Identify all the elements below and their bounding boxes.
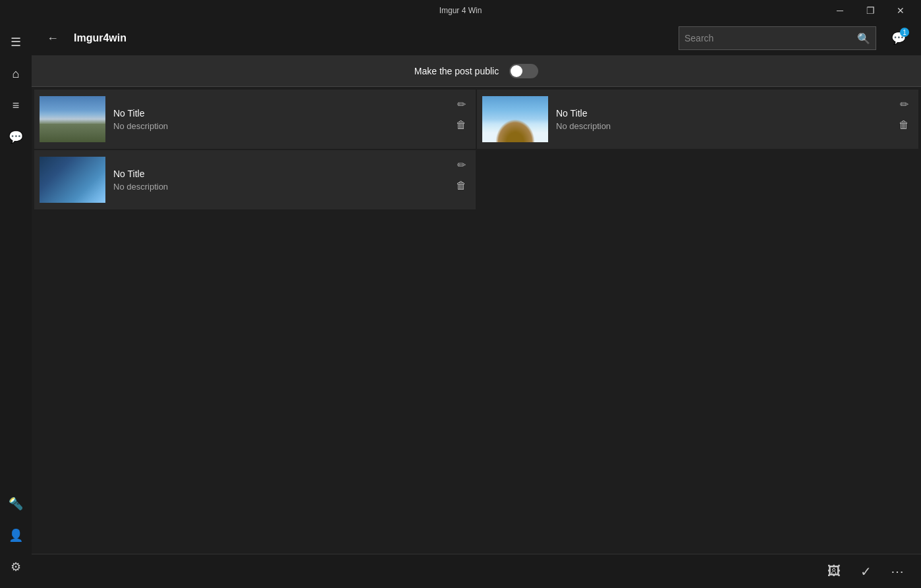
mountain-thumbnail — [40, 96, 105, 142]
app-title: Imgur4win — [74, 32, 126, 44]
sidebar-item-menu[interactable]: ☰ — [0, 26, 32, 58]
confirm-icon: ✓ — [860, 564, 872, 579]
home-icon: ⌂ — [13, 67, 20, 81]
toggle-label: Make the post public — [414, 66, 499, 76]
images-area: No Title No description ✏ 🗑 — [32, 87, 921, 554]
image-card-1: No Title No description ✏ 🗑 — [34, 90, 476, 149]
image-info-2: No Title No description — [556, 108, 913, 131]
edit-icon-3: ✏ — [457, 159, 466, 171]
edit-icon-2: ✏ — [900, 98, 908, 111]
image-info-3: No Title No description — [113, 169, 470, 192]
card-actions-1: ✏ 🗑 — [452, 95, 470, 134]
image-thumb-3 — [40, 157, 105, 203]
search-input[interactable] — [679, 33, 852, 43]
card-actions-3: ✏ 🗑 — [452, 155, 470, 195]
sidebar-item-settings[interactable]: ⚙ — [0, 551, 32, 583]
delete-button-1[interactable]: 🗑 — [452, 116, 470, 134]
notification-button[interactable]: 💬 1 — [887, 26, 910, 50]
toggle-bar: Make the post public — [32, 55, 921, 87]
search-icon: 🔍 — [857, 33, 870, 44]
image-thumb-1 — [40, 96, 105, 142]
edit-button-2[interactable]: ✏ — [895, 95, 913, 113]
add-image-icon: 🖼 — [827, 564, 841, 579]
restore-button[interactable]: ❐ — [855, 0, 885, 21]
blue-abstract-thumbnail — [40, 157, 105, 203]
app-container: ☰ ⌂ ≡ 💬 🔦 👤 ⚙ ← Imgur4win — [0, 21, 921, 588]
trash-icon-1: 🗑 — [456, 119, 466, 131]
image-desc-2: No description — [556, 121, 913, 131]
image-title-3: No Title — [113, 169, 470, 179]
trash-icon-3: 🗑 — [456, 180, 466, 192]
menu-icon: ☰ — [11, 35, 21, 49]
search-button[interactable]: 🔍 — [852, 32, 876, 45]
image-desc-1: No description — [113, 121, 470, 131]
bottom-bar: 🖼 ✓ ⋯ — [32, 554, 921, 588]
close-button[interactable]: ✕ — [885, 0, 916, 21]
notification-badge: 1 — [900, 28, 909, 37]
content-area: ← Imgur4win 🔍 💬 1 Make the post public — [32, 21, 921, 588]
trash-icon-2: 🗑 — [899, 119, 909, 131]
delete-button-2[interactable]: 🗑 — [895, 116, 913, 134]
titlebar-title: Imgur 4 Win — [439, 6, 482, 15]
card-actions-2: ✏ 🗑 — [895, 95, 913, 134]
edit-button-3[interactable]: ✏ — [452, 155, 470, 174]
image-card-3: No Title No description ✏ 🗑 — [34, 150, 476, 209]
sidebar-item-flashlight[interactable]: 🔦 — [0, 488, 32, 520]
edit-button-1[interactable]: ✏ — [452, 95, 470, 113]
sidebar-item-account[interactable]: 👤 — [0, 520, 32, 551]
toggle-thumb — [511, 65, 522, 77]
toggle-switch[interactable] — [509, 64, 538, 78]
more-icon: ⋯ — [891, 564, 904, 579]
sidebar: ☰ ⌂ ≡ 💬 🔦 👤 ⚙ — [0, 21, 32, 588]
image-title-1: No Title — [113, 108, 470, 119]
back-button[interactable]: ← — [42, 28, 63, 49]
add-image-button[interactable]: 🖼 — [821, 558, 847, 585]
image-title-2: No Title — [556, 108, 913, 119]
image-card-2: No Title No description ✏ 🗑 — [477, 90, 918, 149]
more-options-button[interactable]: ⋯ — [884, 558, 910, 585]
snow-tree-thumbnail — [482, 96, 548, 142]
sidebar-item-messages[interactable]: 💬 — [0, 121, 32, 153]
feed-icon: ≡ — [13, 99, 20, 113]
titlebar-controls: ─ ❐ ✕ — [825, 0, 916, 21]
confirm-button[interactable]: ✓ — [852, 558, 879, 585]
sidebar-item-feed[interactable]: ≡ — [0, 90, 32, 121]
settings-icon: ⚙ — [11, 560, 21, 574]
messages-icon: 💬 — [9, 130, 23, 144]
image-thumb-2 — [482, 96, 548, 142]
titlebar: Imgur 4 Win ─ ❐ ✕ — [0, 0, 921, 21]
search-box: 🔍 — [679, 26, 876, 50]
delete-button-3[interactable]: 🗑 — [452, 176, 470, 195]
edit-icon-1: ✏ — [457, 98, 466, 111]
minimize-button[interactable]: ─ — [825, 0, 855, 21]
sidebar-bottom: 🔦 👤 ⚙ — [0, 488, 32, 588]
app-header: ← Imgur4win 🔍 💬 1 — [32, 21, 921, 55]
account-icon: 👤 — [9, 528, 23, 543]
image-info-1: No Title No description — [113, 108, 470, 131]
sidebar-item-home[interactable]: ⌂ — [0, 58, 32, 90]
flashlight-icon: 🔦 — [9, 496, 23, 511]
image-desc-3: No description — [113, 182, 470, 192]
